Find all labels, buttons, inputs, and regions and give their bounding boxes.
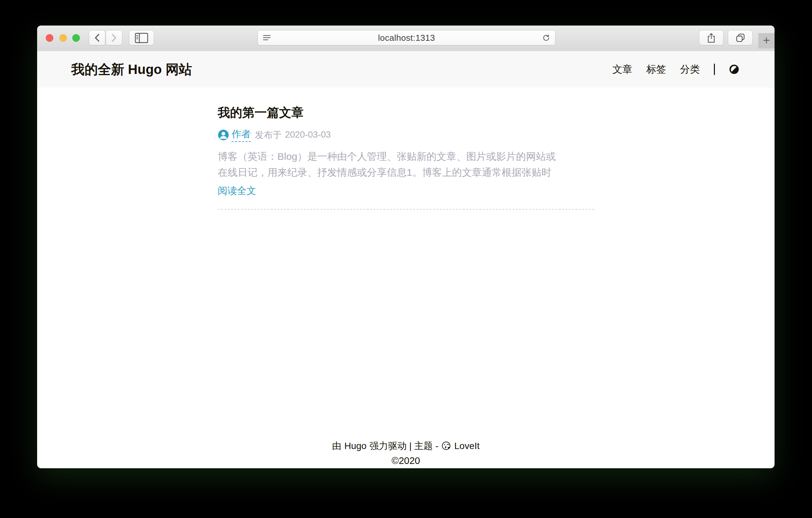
site-footer: 由 Hugo 强力驱动 | 主题 - LoveIt ©2020 [37, 440, 775, 466]
theme-contrast-icon [729, 64, 740, 75]
tabs-overview-button[interactable] [728, 30, 752, 45]
zoom-window-button[interactable] [72, 34, 80, 42]
nav-item-posts[interactable]: 文章 [612, 63, 632, 76]
powered-suffix: 强力驱动 | 主题 - [370, 440, 438, 452]
footer-line: 由 Hugo 强力驱动 | 主题 - LoveIt [37, 440, 775, 452]
main-content: 我的第一篇文章 作者 发布于 2020-03-03 博客（英语：Blog）是一种… [218, 106, 594, 210]
sidebar-toggle-button[interactable] [129, 30, 154, 45]
reload-icon[interactable] [542, 33, 551, 42]
back-button[interactable] [89, 30, 105, 45]
address-bar[interactable]: localhost:1313 [258, 30, 555, 45]
post-meta: 作者 发布于 2020-03-03 [218, 128, 594, 142]
url-text: localhost:1313 [271, 33, 542, 43]
main-nav: 文章 标签 分类 [612, 63, 740, 76]
copyright-text: ©2020 [37, 455, 775, 466]
hugo-link[interactable]: Hugo [344, 441, 367, 451]
powered-prefix: 由 [332, 440, 341, 452]
post-title[interactable]: 我的第一篇文章 [218, 106, 594, 120]
close-window-button[interactable] [46, 34, 53, 42]
theme-toggle-button[interactable] [729, 64, 740, 75]
tabs-icon [736, 33, 745, 43]
browser-window: localhost:1313 [37, 26, 775, 468]
loveit-link[interactable]: LoveIt [454, 441, 480, 451]
publish-date: 2020-03-03 [285, 130, 331, 140]
read-more-link[interactable]: 阅读全文 [218, 184, 594, 198]
share-icon [707, 33, 716, 43]
sidebar-icon [135, 33, 148, 43]
forward-icon [110, 33, 118, 43]
summary-line: 在线日记，用来纪录、抒发情感或分享信息1。博客上的文章通常根据张贴时 [218, 164, 594, 181]
nav-divider [714, 64, 715, 75]
browser-chrome: localhost:1313 [37, 26, 775, 51]
plus-icon: + [763, 34, 770, 47]
reader-view-icon[interactable] [262, 34, 271, 42]
post-summary: 博客（英语：Blog）是一种由个人管理、张贴新的文章、图片或影片的网站或 在线日… [218, 148, 594, 181]
site-title[interactable]: 我的全新 Hugo 网站 [71, 60, 192, 79]
share-button[interactable] [699, 30, 723, 45]
kiss-wink-heart-icon [441, 441, 452, 451]
publish-label: 发布于 [255, 129, 282, 141]
nav-item-tags[interactable]: 标签 [646, 63, 666, 76]
summary-line: 博客（英语：Blog）是一种由个人管理、张贴新的文章、图片或影片的网站或 [218, 148, 594, 164]
site-header: 我的全新 Hugo 网站 文章 标签 分类 [37, 51, 775, 87]
author-link[interactable]: 作者 [232, 128, 251, 142]
new-tab-button[interactable]: + [758, 33, 775, 48]
author-avatar-icon [218, 129, 229, 141]
summary-divider [218, 209, 594, 210]
minimize-window-button[interactable] [59, 34, 67, 42]
forward-button[interactable] [106, 30, 122, 45]
nav-item-categories[interactable]: 分类 [680, 63, 700, 76]
back-icon [93, 33, 101, 43]
